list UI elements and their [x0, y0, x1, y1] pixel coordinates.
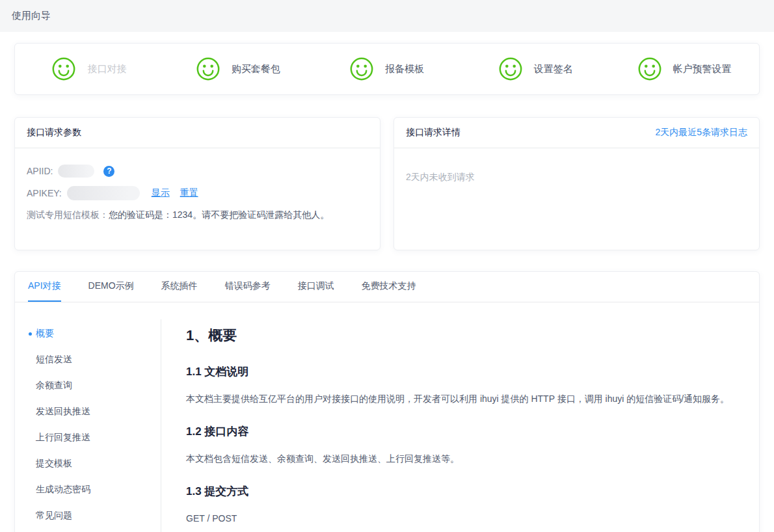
step-label: 报备模板	[385, 63, 424, 75]
doc-section-description: 1.1 文档说明 本文档主要提供给互亿平台的用户对接接口的使用说明，开发者可以利…	[186, 365, 740, 405]
page-title: 使用向导	[12, 10, 51, 22]
test-template-row: 测试专用短信模板：您的验证码是：1234。请不要把验证码泄露给其他人。	[27, 208, 368, 221]
sidebar-item-balance-query[interactable]: 余额查询	[15, 373, 161, 399]
sidebar-item-sms-send[interactable]: 短信发送	[15, 347, 161, 373]
request-params-card: 接口请求参数 APIID: ? APIKEY: 显示 重置 测试专	[14, 117, 380, 250]
section-body: GET / POST	[186, 512, 740, 525]
step-api-integration[interactable]: 接口对接	[15, 57, 164, 81]
tab-free-tech-support[interactable]: 免费技术支持	[362, 272, 416, 302]
step-label: 购买套餐包	[232, 63, 280, 75]
tab-api-debug[interactable]: 接口调试	[298, 272, 334, 302]
sidebar-item-delivery-report-push[interactable]: 发送回执推送	[15, 399, 161, 425]
test-template-label: 测试专用短信模板：	[27, 209, 109, 220]
step-account-alert-settings[interactable]: 帐户预警设置	[610, 57, 759, 81]
step-label: 接口对接	[87, 63, 126, 75]
section-body: 本文档包含短信发送、余额查询、发送回执推送、上行回复推送等。	[186, 452, 740, 465]
doc-section-submit-method: 1.3 提交方式 GET / POST	[186, 485, 740, 525]
onboarding-steps-card: 接口对接 购买套餐包 报备模板	[14, 43, 760, 95]
section-body: 本文档主要提供给互亿平台的用户对接接口的使用说明，开发者可以利用 ihuyi 提…	[186, 392, 740, 405]
question-circle-icon[interactable]: ?	[103, 166, 114, 177]
sidebar-item-uplink-reply-push[interactable]: 上行回复推送	[15, 425, 161, 451]
step-set-signature[interactable]: 设置签名	[461, 57, 610, 81]
sidebar-item-submit-template[interactable]: 提交模板	[15, 451, 161, 477]
doc-content: 1、概要 1.1 文档说明 本文档主要提供给互亿平台的用户对接接口的使用说明，开…	[161, 302, 759, 532]
tab-error-codes[interactable]: 错误码参考	[225, 272, 271, 302]
section-heading: 1.1 文档说明	[186, 365, 740, 379]
apiid-value-redacted	[58, 165, 94, 178]
no-request-message: 2天内未收到请求	[406, 163, 747, 183]
smiley-icon	[499, 57, 522, 81]
smiley-icon	[196, 57, 220, 81]
doc-side-menu: 概要 短信发送 余额查询 发送回执推送 上行回复推送	[15, 319, 161, 532]
page-header: 使用向导	[0, 0, 774, 32]
step-register-template[interactable]: 报备模板	[313, 57, 462, 81]
step-label: 设置签名	[534, 63, 573, 75]
request-detail-card: 接口请求详情 2天内最近5条请求日志 2天内未收到请求	[394, 117, 760, 250]
sidebar-item-faq[interactable]: 常见问题	[15, 503, 161, 529]
test-template-text: 您的验证码是：1234。请不要把验证码泄露给其他人。	[109, 209, 329, 220]
apiid-label: APIID:	[27, 166, 53, 176]
card-title: 接口请求详情	[406, 127, 460, 139]
sidebar-item-generate-otp[interactable]: 生成动态密码	[15, 477, 161, 503]
documentation-card: API对接 DEMO示例 系统插件 错误码参考 接口调试 免费技术支持 概要 短…	[14, 271, 760, 532]
smiley-icon	[350, 57, 373, 81]
recent-request-log-link[interactable]: 2天内最近5条请求日志	[655, 127, 747, 139]
apikey-label: APIKEY:	[27, 188, 62, 198]
tab-api-integration[interactable]: API对接	[28, 272, 61, 302]
sidebar-item-overview[interactable]: 概要	[15, 321, 161, 347]
apiid-row: APIID: ?	[27, 163, 368, 180]
doc-tab-bar: API对接 DEMO示例 系统插件 错误码参考 接口调试 免费技术支持	[15, 272, 759, 302]
step-buy-package[interactable]: 购买套餐包	[164, 57, 313, 81]
reset-apikey-link[interactable]: 重置	[180, 187, 198, 199]
show-apikey-link[interactable]: 显示	[152, 187, 170, 199]
tab-demo-examples[interactable]: DEMO示例	[88, 272, 134, 302]
active-bullet-icon	[29, 332, 32, 336]
smiley-icon	[638, 57, 661, 81]
section-heading: 1.3 提交方式	[186, 485, 740, 499]
apikey-value-redacted	[67, 186, 140, 200]
tab-system-plugins[interactable]: 系统插件	[161, 272, 198, 302]
doc-heading: 1、概要	[186, 326, 740, 345]
section-heading: 1.2 接口内容	[186, 425, 740, 439]
doc-section-contents: 1.2 接口内容 本文档包含短信发送、余额查询、发送回执推送、上行回复推送等。	[186, 425, 740, 465]
card-title: 接口请求参数	[27, 127, 81, 139]
smiley-icon	[52, 57, 75, 81]
apikey-row: APIKEY: 显示 重置	[27, 185, 368, 202]
step-label: 帐户预警设置	[673, 63, 732, 75]
